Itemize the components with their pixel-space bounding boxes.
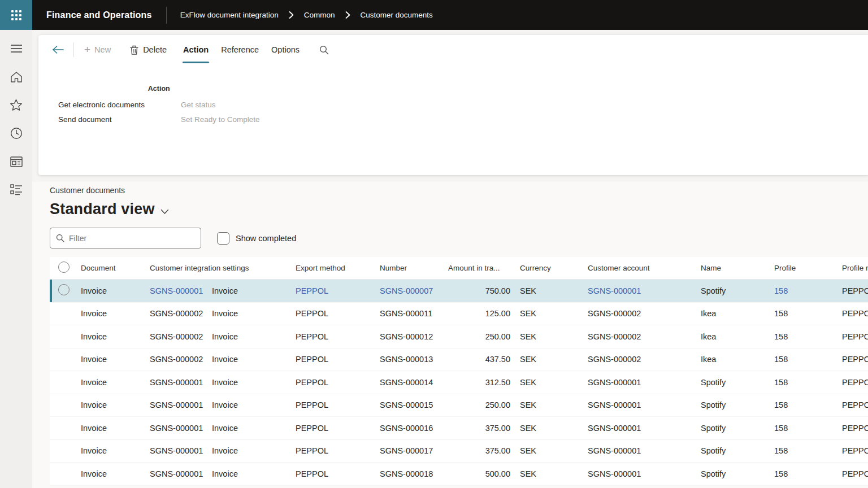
grid-cell-amount: 750.00 [448,286,520,295]
grid-cell-profile_name: PEPPO [842,424,868,433]
column-header-name[interactable]: Name [701,264,774,272]
column-header-document[interactable]: Document [81,264,150,272]
grid-cell-name: Ikea [701,309,774,318]
chevron-right-icon [288,11,294,19]
sidebar-item-home[interactable] [0,63,32,91]
grid-cell-export_method: PEPPOL [296,355,380,364]
top-navigation-bar: Finance and Operations ExFlow document i… [0,0,868,30]
view-selector[interactable]: Standard view [50,201,868,218]
grid-cell-currency: SEK [520,424,588,433]
select-all-header[interactable] [50,262,81,274]
row-select-cell[interactable] [50,284,81,297]
grid-cell-document: Invoice [81,332,150,341]
grid-cell-cis: SGNS-000002 [150,309,212,318]
action-link[interactable]: Send document [58,115,166,124]
grid-cell-amount: 375.00 [448,446,520,455]
filter-input[interactable] [69,234,195,243]
grid-cell-number: SGNS-000011 [380,309,448,318]
grid-cell-customer_account: SGNS-000001 [588,424,701,433]
grid-cell-cis: SGNS-000001 [150,469,212,478]
grid-cell-profile_name: PEPPO [842,400,868,409]
topbar-divider [166,7,167,24]
table-row[interactable]: InvoiceSGNS-000001InvoicePEPPOLSGNS-0000… [50,463,868,486]
grid-cell-customer_account[interactable]: SGNS-000001 [588,286,701,295]
table-row[interactable]: InvoiceSGNS-000001InvoicePEPPOLSGNS-0000… [50,280,868,303]
table-row[interactable]: InvoiceSGNS-000001InvoicePEPPOLSGNS-0000… [50,394,868,417]
grid-cell-export_method: PEPPOL [296,446,380,455]
app-title[interactable]: Finance and Operations [46,10,152,20]
back-button[interactable] [46,35,70,64]
grid-cell-document: Invoice [81,309,150,318]
tab-reference[interactable]: Reference [215,35,265,64]
plus-icon: + [84,43,90,56]
table-row[interactable]: InvoiceSGNS-000002InvoicePEPPOLSGNS-0000… [50,325,868,348]
tab-action[interactable]: Action [177,35,215,64]
modules-icon [10,184,23,195]
sidebar-item-modules[interactable] [0,176,32,204]
sidebar-item-workspaces[interactable] [0,147,32,176]
grid-cell-cis_type: Invoice [212,469,296,478]
table-row[interactable]: InvoiceSGNS-000001InvoicePEPPOLSGNS-0000… [50,371,868,394]
navigation-sidebar [0,30,32,488]
column-header-cis[interactable]: Customer integration settings [150,264,212,272]
grid-cell-export_method[interactable]: PEPPOL [296,286,380,295]
grid-cell-profile[interactable]: 158 [774,286,842,295]
toolbar: + New Delete Action Reference Options [38,35,868,64]
sidebar-item-recent[interactable] [0,119,32,147]
app-launcher-button[interactable] [0,0,32,30]
column-header-profile[interactable]: Profile [774,264,842,272]
new-button[interactable]: + New [83,35,112,64]
table-row[interactable]: InvoiceSGNS-000001InvoicePEPPOLSGNS-0000… [50,417,868,440]
table-row[interactable]: InvoiceSGNS-000002InvoicePEPPOLSGNS-0000… [50,348,868,372]
grid-cell-number[interactable]: SGNS-000007 [380,286,448,295]
filter-container [50,228,201,249]
grid-cell-export_method: PEPPOL [296,378,380,387]
trash-icon [130,45,138,55]
tab-options[interactable]: Options [265,35,306,64]
column-header-number[interactable]: Number [380,264,448,272]
grid-cell-document: Invoice [81,400,150,409]
grid-cell-cis_type: Invoice [212,309,296,318]
delete-button[interactable]: Delete [129,35,168,64]
row-select-circle[interactable] [58,284,70,295]
column-header-currency[interactable]: Currency [520,264,588,272]
table-row[interactable]: InvoiceSGNS-000002InvoicePEPPOLSGNS-0000… [50,303,868,326]
breadcrumb-module[interactable]: ExFlow document integration [180,11,279,19]
grid-cell-profile: 158 [774,400,842,409]
column-header-amount[interactable]: Amount in tra... [448,264,520,272]
grid-cell-cis: SGNS-000001 [150,378,212,387]
grid-cell-profile: 158 [774,355,842,364]
breadcrumb-area[interactable]: Common [304,11,335,19]
column-header-profile_name[interactable]: Profile r [842,264,868,272]
show-completed-label: Show completed [236,234,296,243]
grid-header-row: DocumentCustomer integration settingsExp… [50,257,868,280]
hamburger-icon [10,44,23,53]
show-completed-checkbox[interactable] [217,232,229,245]
home-icon [10,71,23,83]
grid-cell-export_method: PEPPOL [296,469,380,478]
grid-cell-currency: SEK [520,309,588,318]
grid-cell-cis: SGNS-000002 [150,355,212,364]
grid-cell-name: Spotify [701,400,774,409]
page-content: Customer documents Standard view Show co… [32,182,868,488]
grid-cell-cis[interactable]: SGNS-000001 [150,286,212,295]
action-pane: + New Delete Action Reference Options Ac… [38,35,868,175]
action-link[interactable]: Get electronic documents [58,101,166,109]
action-group-label: Action [58,85,260,93]
select-all-circle[interactable] [58,262,70,273]
table-row[interactable]: InvoiceSGNS-000001InvoicePEPPOLSGNS-0000… [50,440,868,463]
show-completed-toggle[interactable]: Show completed [217,232,296,245]
column-header-customer_account[interactable]: Customer account [588,264,701,272]
breadcrumb-page[interactable]: Customer documents [361,11,433,19]
sidebar-item-favorites[interactable] [0,91,32,119]
grid-cell-document: Invoice [81,355,150,364]
column-header-export_method[interactable]: Export method [296,264,380,272]
grid-cell-profile_name: PEPPO [842,355,868,364]
toolbar-search-button[interactable] [318,35,330,64]
filter-row: Show completed [50,228,868,249]
grid-cell-profile: 158 [774,469,842,478]
action-link: Get status [181,101,260,109]
expand-navigation-button[interactable] [0,34,32,63]
grid-cell-export_method: PEPPOL [296,332,380,341]
chevron-right-icon [345,11,351,19]
